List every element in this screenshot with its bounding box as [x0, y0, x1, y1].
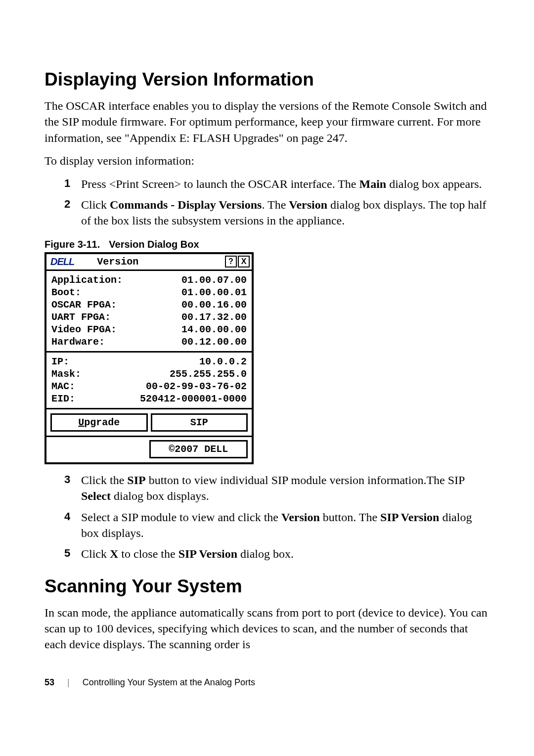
- network-label: MAC:: [51, 380, 75, 393]
- version-label: Boot:: [51, 286, 81, 299]
- help-button[interactable]: ?: [225, 256, 237, 267]
- figure-caption: Figure 3-11.Version Dialog Box: [44, 239, 490, 250]
- version-dialog: DELL Version ? X Application: 01.00.07.0…: [44, 252, 254, 464]
- version-row: Boot: 01.00.00.01: [51, 286, 247, 299]
- network-label: Mask:: [51, 368, 81, 380]
- list-item: 3 Click the SIP button to view individua…: [64, 472, 490, 504]
- network-value: 255.255.255.0: [170, 368, 247, 380]
- bold-select: Select: [81, 489, 111, 502]
- network-row: IP: 10.0.0.2: [51, 356, 247, 368]
- dialog-button-row: Upgrade SIP: [46, 409, 252, 436]
- step-number: 3: [64, 472, 81, 504]
- network-label: IP:: [51, 356, 69, 368]
- version-value: 00.00.16.00: [181, 299, 247, 311]
- network-label: EID:: [51, 393, 75, 405]
- version-value: 00.12.00.00: [181, 336, 247, 348]
- step-text: Press <Print Screen> to launch the OSCAR…: [81, 176, 490, 192]
- firmware-versions-section: Application: 01.00.07.00 Boot: 01.00.00.…: [46, 271, 252, 351]
- bold-x: X: [110, 547, 118, 560]
- text-span: dialog box displays.: [111, 489, 209, 502]
- network-row: Mask: 255.255.255.0: [51, 368, 247, 380]
- bold-commands: Commands - Display Versions: [110, 198, 262, 211]
- version-row: Video FPGA: 14.00.00.00: [51, 323, 247, 336]
- footer-chapter-title: Controlling Your System at the Analog Po…: [83, 677, 255, 688]
- version-row: Application: 01.00.07.00: [51, 274, 247, 286]
- page-footer: 53 | Controlling Your System at the Anal…: [44, 677, 490, 688]
- bold-version: Version: [289, 198, 327, 211]
- step-text: Click the SIP button to view individual …: [81, 472, 490, 504]
- text-span: button. The: [320, 511, 380, 524]
- figure-label: Figure 3-11.: [44, 239, 100, 250]
- dialog-footer-row: ©2007 DELL: [46, 437, 252, 462]
- version-label: UART FPGA:: [51, 311, 111, 323]
- list-item: 5 Click X to close the SIP Version dialo…: [64, 546, 490, 562]
- text-span: Click the: [81, 474, 127, 487]
- text-span: dialog box.: [237, 547, 294, 560]
- footer-divider: |: [67, 677, 70, 688]
- list-item: 4 Select a SIP module to view and click …: [64, 509, 490, 541]
- list-item: 1 Press <Print Screen> to launch the OSC…: [64, 176, 490, 192]
- version-value: 00.17.32.00: [181, 311, 247, 323]
- version-row: OSCAR FPGA: 00.00.16.00: [51, 299, 247, 311]
- version-label: Application:: [51, 274, 123, 286]
- step-number: 5: [64, 546, 81, 562]
- version-value: 01.00.00.01: [181, 286, 247, 299]
- paragraph-scan-intro: In scan mode, the appliance automaticall…: [44, 605, 490, 653]
- paragraph-to-display: To display version information:: [44, 153, 490, 169]
- sip-button[interactable]: SIP: [151, 413, 248, 432]
- footer-spacer: [50, 440, 146, 458]
- step-number: 1: [64, 176, 81, 192]
- titlebar-buttons: ? X: [225, 256, 251, 267]
- step-text: Select a SIP module to view and click th…: [81, 509, 490, 541]
- network-row: EID: 520412-000001-0000: [51, 393, 247, 405]
- bold-version-btn: Version: [281, 511, 320, 524]
- paragraph-intro: The OSCAR interface enables you to displ…: [44, 98, 490, 146]
- text-span: button to view individual SIP module ver…: [146, 474, 465, 487]
- page-number: 53: [44, 677, 54, 688]
- version-row: UART FPGA: 00.17.32.00: [51, 311, 247, 323]
- figure-title: Version Dialog Box: [109, 239, 199, 250]
- step-text: Click Commands - Display Versions. The V…: [81, 197, 490, 229]
- close-button[interactable]: X: [238, 256, 250, 267]
- steps-list-2: 3 Click the SIP button to view individua…: [64, 472, 490, 562]
- network-value: 520412-000001-0000: [140, 393, 247, 405]
- bold-sip-version: SIP Version: [380, 511, 439, 524]
- bold-main: Main: [359, 178, 387, 190]
- version-row: Hardware: 00.12.00.00: [51, 336, 247, 348]
- text-span: The: [267, 198, 289, 211]
- copyright-box: ©2007 DELL: [149, 440, 248, 458]
- version-value: 14.00.00.00: [181, 323, 247, 336]
- bold-sip-version-close: SIP Version: [178, 547, 237, 560]
- text-span: to close the: [118, 547, 178, 560]
- step-number: 2: [64, 197, 81, 229]
- network-section: IP: 10.0.0.2 Mask: 255.255.255.0 MAC: 00…: [46, 353, 252, 408]
- dell-logo: DELL: [47, 256, 77, 267]
- steps-list-1: 1 Press <Print Screen> to launch the OSC…: [64, 176, 490, 229]
- text-span: Click: [81, 547, 110, 560]
- network-value: 10.0.0.2: [199, 356, 247, 368]
- version-label: Hardware:: [51, 336, 105, 348]
- bold-sip: SIP: [127, 474, 145, 487]
- upgrade-button[interactable]: Upgrade: [50, 413, 148, 432]
- step-number: 4: [64, 509, 81, 541]
- version-label: OSCAR FPGA:: [51, 299, 117, 311]
- network-value: 00-02-99-03-76-02: [146, 380, 247, 393]
- list-item: 2 Click Commands - Display Versions. The…: [64, 197, 490, 229]
- text-span: dialog box appears.: [386, 178, 482, 190]
- heading-scanning-your-system: Scanning Your System: [44, 576, 490, 597]
- text-span: .: [262, 198, 267, 211]
- dialog-title: Version: [77, 256, 225, 267]
- heading-displaying-version-info: Displaying Version Information: [44, 69, 490, 90]
- version-label: Video FPGA:: [51, 323, 117, 336]
- text-span: Click: [81, 198, 110, 211]
- text-span: Press <Print Screen> to launch the OSCAR…: [81, 178, 359, 190]
- network-row: MAC: 00-02-99-03-76-02: [51, 380, 247, 393]
- step-text: Click X to close the SIP Version dialog …: [81, 546, 490, 562]
- dialog-titlebar: DELL Version ? X: [46, 254, 252, 271]
- version-value: 01.00.07.00: [181, 274, 247, 286]
- text-span: Select a SIP module to view and click th…: [81, 511, 281, 524]
